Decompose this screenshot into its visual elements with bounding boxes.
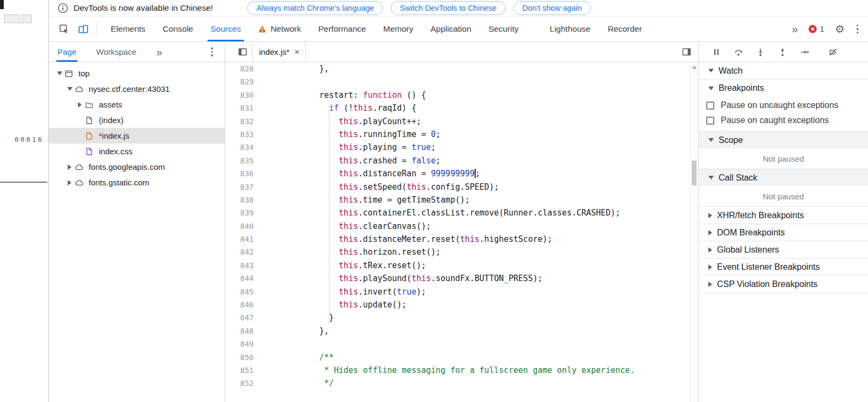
line-number[interactable]: 833: [225, 128, 271, 141]
tree-item-assets[interactable]: assets: [49, 97, 225, 112]
tab-memory[interactable]: Memory: [375, 17, 422, 41]
tab-application[interactable]: Application: [422, 17, 480, 41]
error-badge[interactable]: 1: [808, 25, 824, 33]
deactivate-breakpoints-icon[interactable]: [829, 48, 837, 56]
infobar-button-switch-devtools-to-chinese[interactable]: Switch DevTools to Chinese: [391, 1, 506, 15]
pause-icon[interactable]: [712, 48, 721, 56]
code-line-840[interactable]: this.clearCanvas();: [271, 220, 690, 233]
line-number[interactable]: 830: [225, 89, 271, 102]
navigator-menu-icon[interactable]: [210, 46, 214, 58]
code-line-836[interactable]: this.distanceRan = 999999999;: [271, 167, 690, 180]
code-line-834[interactable]: this.playing = true;: [271, 141, 690, 154]
tab-recorder[interactable]: Recorder: [599, 17, 651, 41]
infobar-button-don-t-show-again[interactable]: Don't show again: [513, 1, 591, 15]
line-number[interactable]: 832: [225, 115, 271, 128]
line-number[interactable]: 834: [225, 141, 271, 154]
line-number[interactable]: 851: [225, 364, 271, 377]
triangle-right-icon[interactable]: [76, 102, 84, 107]
tab-security[interactable]: Security: [480, 17, 527, 41]
tab-lighthouse[interactable]: Lighthouse: [541, 17, 599, 41]
triangle-right-icon[interactable]: [66, 180, 74, 185]
tree-item-nysec-ctf-center-43031[interactable]: nysec.ctf.center:43031: [49, 81, 225, 97]
step-icon[interactable]: [800, 48, 809, 56]
device-toolbar-icon[interactable]: [78, 24, 89, 34]
code-line-837[interactable]: this.setSpeed(this.config.SPEED);: [271, 181, 690, 193]
line-number[interactable]: 837: [225, 181, 271, 193]
navigator-more-tabs-icon[interactable]: »: [156, 47, 162, 58]
scrollbar-thumb[interactable]: [692, 161, 697, 185]
navigator-tab-page[interactable]: Page: [58, 42, 76, 62]
infobar-button-always-match-chrome-s-language[interactable]: Always match Chrome's language: [247, 1, 383, 15]
toggle-debugger-icon[interactable]: [681, 47, 692, 58]
line-number[interactable]: 840: [225, 220, 271, 233]
checkbox-unchecked[interactable]: [706, 102, 714, 110]
line-number[interactable]: 841: [225, 233, 271, 246]
line-number[interactable]: 850: [225, 351, 271, 364]
code-line-847[interactable]: }: [271, 311, 690, 324]
line-number[interactable]: 836: [225, 167, 271, 180]
tree-item-index-js[interactable]: *index.js: [49, 128, 225, 143]
line-number[interactable]: 838: [225, 193, 271, 206]
section-watch[interactable]: Watch: [699, 62, 868, 80]
tab-console[interactable]: Console: [154, 17, 202, 41]
tree-item-index-css[interactable]: index.css: [49, 143, 225, 159]
tree-item-fonts-googleapis-com[interactable]: fonts.googleapis.com: [49, 159, 225, 175]
code-line-830[interactable]: restart: function () {: [271, 89, 690, 102]
close-tab-icon[interactable]: ×: [295, 47, 300, 56]
inspect-icon[interactable]: [59, 24, 69, 34]
line-number[interactable]: 839: [225, 206, 271, 219]
line-number[interactable]: 835: [225, 154, 271, 167]
line-number[interactable]: 842: [225, 246, 271, 259]
line-number[interactable]: 845: [225, 285, 271, 298]
triangle-down-icon[interactable]: [66, 87, 74, 91]
code-line-845[interactable]: this.invert(true);: [271, 285, 690, 298]
tree-item-fonts-gstatic-com[interactable]: fonts.gstatic.com: [49, 175, 225, 190]
tab-network[interactable]: Network: [249, 17, 310, 41]
checkbox-row-pause-on-caught-exceptions[interactable]: Pause on caught exceptions: [699, 113, 868, 128]
editor-tab[interactable]: index.js* ×: [252, 42, 306, 62]
code-line-835[interactable]: this.crashed = false;: [271, 154, 690, 167]
more-tabs-icon[interactable]: »: [792, 24, 798, 34]
code-line-828[interactable]: },: [271, 62, 690, 75]
tab-performance[interactable]: Performance: [310, 17, 375, 41]
code-line-843[interactable]: this.tRex.reset();: [271, 259, 690, 272]
code-line-829[interactable]: [271, 75, 690, 88]
line-number[interactable]: 828: [225, 62, 271, 75]
tree-item-top[interactable]: top: [49, 66, 225, 81]
section-csp-violation-breakpoints[interactable]: CSP Violation Breakpoints: [699, 276, 868, 293]
section-dom-breakpoints[interactable]: DOM Breakpoints: [699, 224, 868, 241]
step-into-icon[interactable]: [756, 48, 765, 56]
line-number[interactable]: 831: [225, 102, 271, 114]
code-line-850[interactable]: /**: [271, 351, 690, 364]
code-line-842[interactable]: this.horizon.reset();: [271, 246, 690, 259]
checkbox-row-pause-on-uncaught-exceptions[interactable]: Pause on uncaught exceptions: [699, 98, 868, 113]
line-number[interactable]: 847: [225, 311, 271, 324]
code-line-839[interactable]: this.containerEl.classList.remove(Runner…: [271, 206, 690, 219]
section-breakpoints[interactable]: Breakpoints: [699, 80, 868, 97]
code-line-833[interactable]: this.runningTime = 0;: [271, 128, 690, 141]
code-line-851[interactable]: * Hides offline messaging for a fullscre…: [271, 364, 690, 377]
code-line-831[interactable]: if (!this.raqId) {: [271, 102, 690, 114]
section-event-listener-breakpoints[interactable]: Event Listener Breakpoints: [699, 259, 868, 276]
code-line-849[interactable]: [271, 338, 690, 350]
line-number[interactable]: 829: [225, 75, 271, 88]
section-xhr-fetch-breakpoints[interactable]: XHR/fetch Breakpoints: [699, 207, 868, 224]
scrollbar-up-arrow-icon[interactable]: [692, 66, 697, 69]
code-line-852[interactable]: */: [271, 377, 690, 390]
code-line-841[interactable]: this.distanceMeter.reset(this.highestSco…: [271, 233, 690, 246]
code-line-848[interactable]: },: [271, 325, 690, 338]
tab-elements[interactable]: Elements: [102, 17, 154, 41]
tree-item-index[interactable]: (index): [49, 112, 225, 128]
settings-gear-icon[interactable]: ⚙: [835, 24, 845, 34]
step-out-icon[interactable]: [778, 48, 787, 56]
triangle-right-icon[interactable]: [66, 164, 74, 170]
line-number[interactable]: 846: [225, 298, 271, 311]
code-line-846[interactable]: this.update();: [271, 298, 690, 311]
step-over-icon[interactable]: [734, 48, 743, 56]
menu-dots-icon[interactable]: [856, 24, 860, 35]
code-line-838[interactable]: this.time = getTimeStamp();: [271, 193, 690, 206]
editor-scrollbar[interactable]: [690, 62, 698, 402]
line-number[interactable]: 844: [225, 272, 271, 285]
tab-sources[interactable]: Sources: [202, 17, 250, 41]
code-editor[interactable]: }, restart: function () { if (!this.raqI…: [271, 62, 690, 402]
